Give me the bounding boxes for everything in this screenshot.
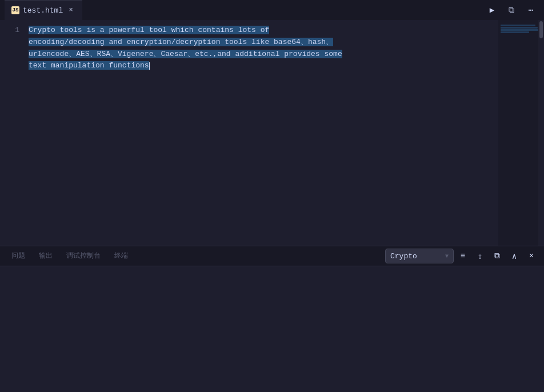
scrollbar-thumb — [539, 21, 543, 38]
share-icon: ⇧ — [478, 251, 482, 261]
tab-problems[interactable]: 问题 — [5, 246, 32, 266]
minimap — [498, 20, 544, 246]
panel-share-button[interactable]: ⇧ — [472, 248, 488, 264]
tab-close-button[interactable]: × — [66, 6, 75, 15]
split-editor-button[interactable]: ⧉ — [503, 2, 520, 19]
panel-list-button[interactable]: ≡ — [455, 248, 471, 264]
tab-terminal[interactable]: 终端 — [107, 246, 135, 266]
editor-area: 1 Crypto tools is a powerful tool which … — [0, 20, 544, 246]
panel-source-dropdown[interactable]: Crypto ▼ — [385, 249, 454, 263]
panel-dropdown-value: Crypto — [390, 252, 442, 261]
panel-content — [0, 266, 544, 392]
panel-actions: Crypto ▼ ≡ ⇧ ⧉ ∧ × — [385, 248, 539, 264]
run-button[interactable]: ▶ — [483, 2, 501, 19]
bottom-panel: 问题 输出 调试控制台 终端 Crypto ▼ ≡ ⇧ ⧉ — [0, 246, 544, 392]
copy-icon: ⧉ — [494, 251, 500, 261]
title-bar-actions: ▶ ⧉ ⋯ — [483, 2, 539, 19]
panel-copy-button[interactable]: ⧉ — [489, 248, 505, 264]
chevron-up-icon: ∧ — [512, 251, 517, 261]
tab-label: test.html — [23, 6, 63, 15]
editor-tab[interactable]: JS test.html × — [5, 0, 82, 20]
more-button[interactable]: ⋯ — [522, 2, 539, 19]
panel-collapse-button[interactable]: ∧ — [506, 248, 522, 264]
line-number-1: 1 — [0, 25, 19, 37]
text-cursor — [149, 62, 150, 70]
selected-code: Crypto tools is a powerful tool which co… — [29, 26, 342, 70]
tab-file-icon: JS — [11, 6, 19, 14]
title-bar: JS test.html × ▶ ⧉ ⋯ — [0, 0, 544, 20]
panel-close-button[interactable]: × — [523, 248, 539, 264]
panel-tab-bar: 问题 输出 调试控制台 终端 Crypto ▼ ≡ ⇧ ⧉ — [0, 246, 544, 266]
tab-debug-console[interactable]: 调试控制台 — [59, 246, 107, 266]
chevron-down-icon: ▼ — [445, 253, 449, 259]
tab-output[interactable]: 输出 — [32, 246, 59, 266]
code-line-1: Crypto tools is a powerful tool which co… — [29, 25, 498, 72]
list-icon: ≡ — [461, 251, 465, 261]
editor-content[interactable]: Crypto tools is a powerful tool which co… — [29, 20, 498, 246]
line-numbers: 1 — [0, 20, 29, 246]
close-icon: × — [529, 251, 534, 261]
editor-scrollbar[interactable] — [538, 20, 544, 246]
